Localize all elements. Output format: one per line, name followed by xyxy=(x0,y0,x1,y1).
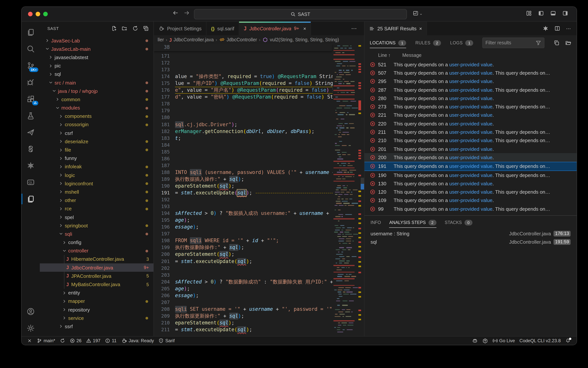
tree-item-csrf[interactable]: csrf xyxy=(40,129,154,137)
code-line-206[interactable]: 206essage); xyxy=(154,292,333,299)
copy-icon[interactable] xyxy=(553,40,560,46)
toggle-secondary-sidebar-icon[interactable] xyxy=(562,10,568,16)
tree-item-common[interactable]: common xyxy=(40,95,154,104)
new-folder-icon[interactable] xyxy=(122,25,128,31)
tree-item-jdbccontroller.java[interactable]: JJdbcController.java9+ xyxy=(40,263,154,272)
tree-item-crossorigin[interactable]: crossorigin xyxy=(40,120,154,129)
code-line-176[interactable]: 176e", value = "用户名") @RequestParam(requ… xyxy=(154,87,333,94)
minimap[interactable] xyxy=(333,44,355,337)
code-line-178[interactable]: 178 xyxy=(154,101,333,107)
tree-item-sql[interactable]: sql xyxy=(40,70,154,78)
activity-item-settings[interactable] xyxy=(22,320,40,337)
code-line-191[interactable]: 191= stmt.executeUpdate(sql); xyxy=(154,190,333,196)
detail-tab-stacks[interactable]: STACKS0 xyxy=(445,216,472,230)
tree-item-spel[interactable]: spel xyxy=(40,213,154,221)
activity-item-openai[interactable] xyxy=(22,157,40,174)
result-row-line-191[interactable]: 191This query depends on a user-provided… xyxy=(364,162,577,171)
code-line-190[interactable]: 190epareStatement(sql); xyxy=(154,183,333,190)
result-row-line-280[interactable]: 280This query depends on a user-provided… xyxy=(364,94,577,102)
grid-layout-icon[interactable] xyxy=(526,10,532,16)
code-line-194[interactable]: 194sAffected > 0) ? "数据插入成功 username:" +… xyxy=(154,210,333,217)
code-line-187[interactable]: 187 xyxy=(154,162,333,169)
code-line-204[interactable]: 204sAffected > 0) ? "数据删除成功" : "数据删除失败 用… xyxy=(154,278,333,285)
tree-item-repository[interactable]: repository xyxy=(40,305,154,314)
breadcrumb-item[interactable]: JJdbcController.java xyxy=(169,37,214,43)
column-line[interactable]: Line xyxy=(378,53,387,58)
activity-item-live-share[interactable] xyxy=(22,124,40,141)
tree-item-pic[interactable]: pic xyxy=(40,62,154,70)
close-window-button[interactable] xyxy=(28,12,33,16)
code-line-184[interactable]: 184 xyxy=(154,142,333,148)
back-arrow-icon[interactable] xyxy=(172,10,179,16)
status-sync-icon[interactable] xyxy=(57,337,67,345)
code-line-202[interactable]: 202 xyxy=(154,265,333,272)
tree-item-logic[interactable]: logic xyxy=(40,171,154,179)
result-row-line-200[interactable]: 200This query depends on a user-provided… xyxy=(364,153,577,162)
code-line-188[interactable]: 188INTO sqli (username, password) VALUES… xyxy=(154,169,333,176)
tree-item-other[interactable]: other xyxy=(40,196,154,204)
tab-project-settings[interactable]: Project Settings xyxy=(154,22,207,35)
user-provided-value-link[interactable]: user-provided value xyxy=(449,104,492,110)
status-bell-icon[interactable] xyxy=(563,337,573,345)
breadcrumb-item[interactable]: ller xyxy=(158,37,164,42)
code-editor[interactable]: 38 171172173174alue = "操作类型", required =… xyxy=(154,44,364,337)
tree-item-entity[interactable]: entity xyxy=(40,289,154,297)
sarif-tab-rules[interactable]: RULES2 xyxy=(416,35,441,50)
code-line-205[interactable]: 205age); xyxy=(154,285,333,292)
result-row-line-220[interactable]: 220This query depends on a user-provided… xyxy=(364,120,577,128)
activity-item-python[interactable] xyxy=(22,141,40,157)
activity-item-sast-explorer[interactable] xyxy=(22,191,40,207)
openai-icon[interactable] xyxy=(543,25,549,31)
code-line-211[interactable]: 211= stmt.executeUpdate(sql); xyxy=(154,326,333,333)
tree-item-mapper[interactable]: mapper xyxy=(40,297,154,305)
more-actions-icon[interactable]: ⋯ xyxy=(566,26,571,31)
detail-tab-info[interactable]: INFO xyxy=(371,216,381,230)
code-line-177[interactable]: 177d", value = "密码") @RequestParam(requi… xyxy=(154,94,333,101)
code-line-182[interactable]: 182erManager.getConnection(dbUrl, dbUser… xyxy=(154,128,333,135)
user-provided-value-link[interactable]: user-provided value xyxy=(449,206,492,212)
command-center-search[interactable]: SAST xyxy=(194,9,407,19)
user-provided-value-link[interactable]: user-provided value xyxy=(449,95,492,101)
code-line-193[interactable]: 193 xyxy=(154,203,333,210)
customize-layout-icon[interactable]: ⌄ xyxy=(413,10,423,16)
breadcrumb-item[interactable]: vul2(String, String, String, String) xyxy=(262,37,339,43)
tree-item-sqli[interactable]: sqli xyxy=(40,230,154,238)
tree-item-components[interactable]: components xyxy=(40,112,154,120)
user-provided-value-link[interactable]: user-provided value xyxy=(449,155,492,160)
close-icon[interactable]: × xyxy=(419,26,422,31)
tree-item-javaseclab-main[interactable]: JavaSecLab-main xyxy=(40,45,154,53)
result-row-line-287[interactable]: 287This query depends on a user-provided… xyxy=(364,86,577,94)
activity-item-accounts[interactable] xyxy=(22,303,40,320)
code-line-175[interactable]: 175lue = "用户ID") @RequestParam(required … xyxy=(154,80,333,87)
tree-item-deserialize[interactable]: deserialize xyxy=(40,137,154,146)
result-row-line-130[interactable]: 130This query depends on a user-provided… xyxy=(364,179,577,188)
status-copilot-icon[interactable] xyxy=(470,337,480,345)
filter-results-input[interactable]: Filter results xyxy=(482,37,544,48)
result-row-line-221[interactable]: 221This query depends on a user-provided… xyxy=(364,111,577,120)
code-line-180[interactable]: 180 xyxy=(154,114,333,121)
code-line-208[interactable]: 208sqli SET username = '" + username + "… xyxy=(154,306,333,313)
result-row-line-507[interactable]: 507This query depends on a user-provided… xyxy=(364,69,577,77)
code-line-173[interactable]: 173 xyxy=(154,66,333,73)
tree-item-mybatiscontroller.java[interactable]: JMyBatisController.java5 xyxy=(40,280,154,289)
tree-item-javasec-lab[interactable]: JavaSec-Lab xyxy=(40,36,154,45)
status-codeql-cli-v2-23-8[interactable]: CodeQL CLI v2.23.8 xyxy=(517,337,563,345)
code-line-196[interactable]: 196essage); xyxy=(154,224,333,231)
tree-item-config[interactable]: config xyxy=(40,238,154,247)
result-row-line-521[interactable]: 521This query depends on a user-provided… xyxy=(364,60,577,69)
tree-item-file[interactable]: file xyxy=(40,146,154,154)
code-line-183[interactable]: 183t; xyxy=(154,135,333,142)
code-line-172[interactable]: 172 xyxy=(154,59,333,66)
sarif-tab-logs[interactable]: LOGS1 xyxy=(450,35,473,50)
result-row-line-99[interactable]: 99This query depends on a user-provided … xyxy=(364,205,577,213)
tree-item-src-main[interactable]: src / main xyxy=(40,78,154,87)
status-11[interactable]: 11 xyxy=(103,337,119,345)
column-message[interactable]: Message xyxy=(402,53,422,58)
result-row-line-295[interactable]: 295This query depends on a user-provided… xyxy=(364,77,577,86)
new-file-icon[interactable] xyxy=(111,25,117,31)
status-26[interactable]: 26 xyxy=(67,337,84,345)
split-editor-icon[interactable] xyxy=(554,25,560,31)
result-row-line-201[interactable]: 201This query depends on a user-provided… xyxy=(364,145,577,153)
analysis-step-row[interactable]: sqlJdbcController.java191:59 xyxy=(364,238,577,246)
code-line-200[interactable]: 200epareStatement(sql); xyxy=(154,251,333,258)
